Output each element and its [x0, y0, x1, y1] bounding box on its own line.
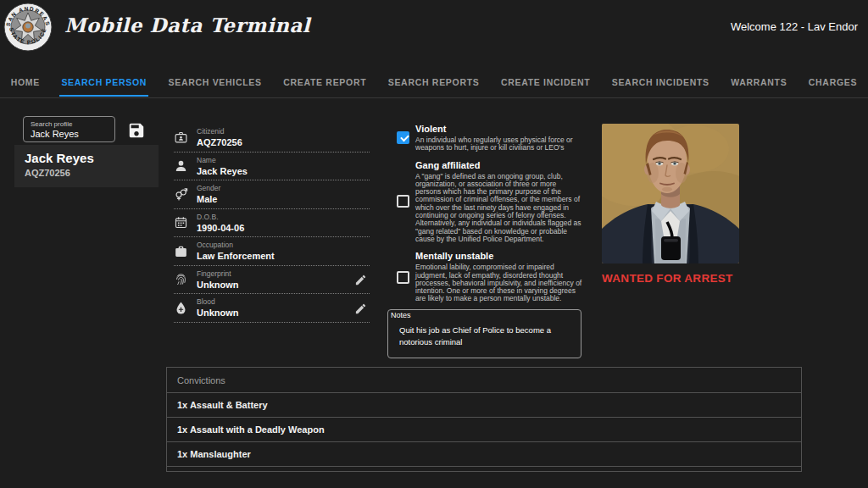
- flag-title: Mentally unstable: [415, 251, 582, 261]
- field-fingerprint: Fingerprint Unknown: [174, 266, 370, 295]
- field-value: Unknown: [197, 308, 239, 318]
- pencil-icon: [354, 274, 367, 286]
- tab-home[interactable]: HOME: [9, 68, 42, 97]
- tab-warrants[interactable]: WARRANTS: [729, 68, 788, 97]
- flag-title: Gang affiliated: [415, 160, 582, 170]
- gang-affiliated-checkbox[interactable]: [397, 195, 409, 208]
- notes-field[interactable]: Notes Quit his job as Chief of Police to…: [387, 309, 581, 358]
- field-value: AQZ70256: [197, 137, 242, 147]
- id-card-icon: [174, 130, 188, 145]
- mugshot-photo: [602, 124, 739, 263]
- blood-icon: [174, 301, 188, 315]
- gender-icon: [174, 187, 188, 202]
- flags-section: Violent An individual who regularly uses…: [397, 124, 582, 311]
- field-value: Male: [197, 194, 220, 204]
- conviction-row-partial: [167, 466, 801, 472]
- calendar-icon: [174, 215, 188, 230]
- page-title: Mobile Data Terminal: [64, 14, 310, 36]
- violent-checkbox[interactable]: [397, 131, 409, 144]
- tab-create-report[interactable]: CREATE REPORT: [281, 68, 368, 97]
- field-name: Name Jack Reyes: [174, 152, 370, 181]
- fingerprint-icon: [174, 272, 188, 286]
- nav-bar: HOME SEARCH PERSON SEARCH VEHICLES CREAT…: [0, 66, 868, 98]
- field-value: 1990-04-06: [197, 223, 244, 233]
- tab-search-person[interactable]: SEARCH PERSON: [59, 68, 148, 97]
- field-gender: Gender Male: [174, 180, 370, 209]
- header: SAN ANDREAS STATE POLICE Mobile Data Ter…: [0, 0, 868, 56]
- tab-search-incidents[interactable]: SEARCH INCIDENTS: [610, 68, 711, 97]
- flag-violent: Violent An individual who regularly uses…: [397, 124, 582, 152]
- conviction-row: 1x Assault & Battery: [167, 392, 801, 417]
- mentally-unstable-checkbox[interactable]: [397, 271, 409, 284]
- field-label: Citizenid: [197, 127, 242, 136]
- result-name: Jack Reyes: [25, 151, 148, 165]
- mugshot-portrait: [602, 124, 739, 263]
- notes-value[interactable]: Quit his job as Chief of Police to becom…: [388, 310, 581, 348]
- field-label: Blood: [197, 297, 239, 306]
- field-dob: D.O.B. 1990-04-06: [174, 209, 370, 238]
- edit-fingerprint-button[interactable]: [354, 274, 368, 287]
- mdt-app: SAN ANDREAS STATE POLICE Mobile Data Ter…: [0, 0, 868, 488]
- field-label: D.O.B.: [197, 213, 244, 221]
- result-citizenid: AQZ70256: [25, 168, 148, 178]
- field-occupation: Occupation Law Enforcement: [174, 237, 370, 266]
- search-profile-field[interactable]: Search profile: [23, 116, 115, 142]
- conviction-row: 1x Assault with a Deadly Weapon: [167, 417, 801, 441]
- save-icon: [127, 121, 146, 140]
- field-blood: Blood Unknown: [174, 294, 370, 323]
- conviction-row: 1x Manslaughter: [167, 441, 801, 466]
- notes-label: Notes: [391, 311, 411, 319]
- police-badge-logo: SAN ANDREAS STATE POLICE: [3, 3, 53, 52]
- save-button[interactable]: [125, 119, 147, 141]
- wanted-status-text: WANTED FOR ARREST: [602, 272, 733, 285]
- person-icon: [174, 158, 188, 173]
- edit-blood-button[interactable]: [354, 302, 368, 315]
- field-citizenid: Citizenid AQZ70256: [174, 124, 370, 152]
- tab-charges[interactable]: CHARGES: [807, 68, 859, 97]
- flag-gang-affiliated: Gang affiliated A "gang" is defined as a…: [397, 160, 582, 244]
- flag-mentally-unstable: Mentally unstable Emotional lability, co…: [397, 251, 582, 302]
- convictions-header: Convictions: [167, 368, 801, 392]
- convictions-table: Convictions 1x Assault & Battery 1x Assa…: [166, 367, 802, 472]
- search-profile-input[interactable]: [31, 129, 108, 139]
- profile-fields: Citizenid AQZ70256 Name Jack Reyes G: [174, 124, 370, 323]
- welcome-text: Welcome 122 - Lav Endor: [731, 20, 858, 33]
- flag-description: An individual who regularly uses physica…: [415, 136, 582, 152]
- briefcase-icon: [174, 244, 188, 258]
- search-profile-label: Search profile: [31, 120, 114, 128]
- flag-description: Emotional lability, compromised or impai…: [415, 263, 582, 302]
- field-label: Name: [197, 156, 248, 164]
- field-label: Occupation: [197, 241, 275, 249]
- pencil-icon: [354, 302, 367, 315]
- field-value: Jack Reyes: [197, 166, 248, 176]
- flag-title: Violent: [415, 124, 582, 134]
- flag-description: A "gang" is defined as an ongoing group,…: [415, 173, 582, 244]
- field-label: Fingerprint: [197, 269, 239, 278]
- tab-search-vehicles[interactable]: SEARCH VEHICLES: [166, 68, 263, 97]
- field-value: Unknown: [197, 280, 239, 290]
- tab-search-reports[interactable]: SEARCH REPORTS: [387, 68, 481, 97]
- search-result-item[interactable]: Jack Reyes AQZ70256: [14, 145, 159, 187]
- field-value: Law Enforcement: [197, 251, 275, 261]
- tab-create-incident[interactable]: CREATE INCIDENT: [499, 68, 592, 97]
- field-label: Gender: [197, 184, 220, 192]
